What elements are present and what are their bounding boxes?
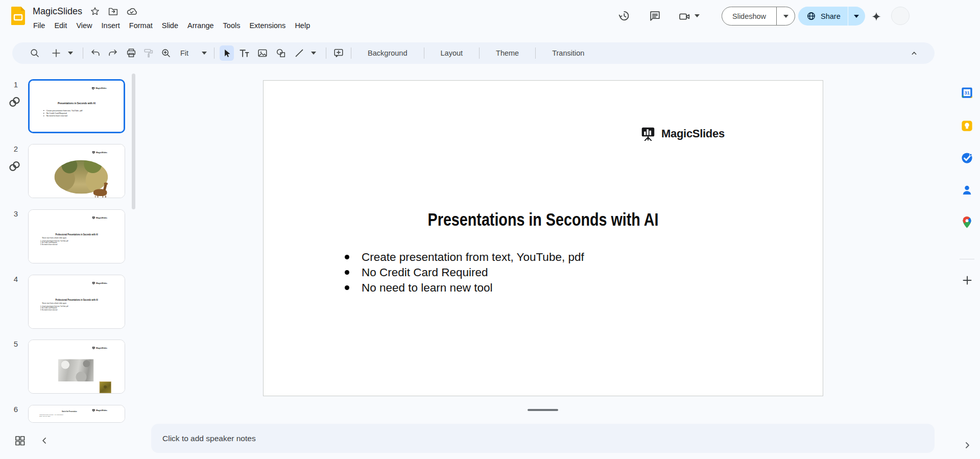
slide-bullet: No Credit Card Required [362,265,584,280]
menu-help[interactable]: Help [290,20,315,31]
slide-thumbnail-1[interactable]: MagicSlides Presentations in Seconds wit… [28,79,125,133]
slide-number: 1 [9,80,22,89]
cloud-saved-icon[interactable] [126,6,137,17]
toolbar-divider [424,47,424,59]
expand-side-panel-icon[interactable] [960,438,974,452]
share-button[interactable]: Share [798,7,848,26]
add-addon-icon[interactable] [960,273,974,287]
new-slide-caret-icon[interactable] [63,45,78,61]
paint-format-icon[interactable] [141,45,156,61]
menu-arrange[interactable]: Arrange [183,20,219,31]
zoom-value: Fit [180,49,188,57]
theme-button[interactable]: Theme [485,45,530,61]
move-folder-icon[interactable] [108,6,118,17]
grid-view-icon[interactable] [13,434,27,447]
notes-resize-handle[interactable] [528,409,558,411]
background-button[interactable]: Background [356,45,418,61]
thumb5-brand-text: MagicSlides [96,347,107,349]
thumb3-brand-text: MagicSlides [96,216,107,219]
slide-bullet-list[interactable]: Create presentation from text, YouTube, … [362,250,584,296]
thumb4-brand: MagicSlides [92,282,107,285]
search-icon[interactable] [28,45,42,61]
textbox-icon[interactable] [237,45,251,61]
slideshow-options-caret[interactable] [776,7,795,25]
filmstrip: 1 MagicSlides Presentations in Seconds w… [0,65,146,423]
slide-number: 2 [9,144,22,153]
slide-brand-block[interactable]: MagicSlides [640,127,725,141]
avatar[interactable] [891,7,910,25]
collapse-toolbar-icon[interactable] [907,45,921,61]
transition-button[interactable]: Transition [541,45,595,61]
slide-canvas[interactable]: MagicSlides Presentations in Seconds wit… [263,80,823,396]
comment-add-icon[interactable] [331,45,346,61]
magicslides-logo-icon [640,127,656,141]
magicslides-logo-icon [92,216,95,220]
toolbar-divider [351,47,351,59]
version-history-icon[interactable] [617,9,631,22]
menu-tools[interactable]: Tools [219,20,245,31]
tasks-icon[interactable] [960,151,974,165]
magicslides-logo-icon [92,282,95,285]
video-call-icon[interactable] [678,10,691,23]
image-icon[interactable] [255,45,270,61]
star-icon[interactable] [90,6,100,16]
menu-edit[interactable]: Edit [50,20,71,31]
menu-slide[interactable]: Slide [157,20,183,31]
toolbar-divider [83,47,83,59]
globe-icon [806,11,816,21]
thumb1-title: Presentations in Seconds with AI [30,102,124,105]
print-icon[interactable] [124,45,138,61]
gemini-sparkle-icon[interactable] [870,10,883,23]
thumb1-bullets: Create presentation from text, YouTube, … [46,109,83,117]
slide-number: 5 [9,340,22,348]
thumb3-subtitle: Never start from a blank slide again. [42,237,67,239]
speaker-notes-placeholder: Click to add speaker notes [162,434,256,443]
shape-icon[interactable] [274,45,288,61]
slide-number: 6 [9,405,22,414]
slide-number: 3 [9,209,22,218]
thumb6-title: End of the Presentation [29,410,110,413]
zoom-in-icon[interactable] [159,45,173,61]
deer-artistic-photo [58,359,93,381]
video-call-caret-icon[interactable] [695,14,700,17]
redo-icon[interactable] [106,45,120,61]
slide-thumbnail-6[interactable]: MagicSlides End of the Presentation Mark… [28,405,125,423]
calendar-icon[interactable]: 31 [960,86,974,100]
undo-icon[interactable] [88,45,103,61]
menu-format[interactable]: Format [125,20,157,31]
magicslides-logo-icon [92,151,95,154]
slides-app-logo[interactable] [11,7,25,25]
slide-number: 4 [9,275,22,283]
menu-file[interactable]: File [29,20,50,31]
share-button-group: Share [798,7,865,26]
menu-view[interactable]: View [71,20,97,31]
linked-slide-icon [8,159,21,173]
keep-icon[interactable] [960,119,974,133]
menu-extensions[interactable]: Extensions [245,20,290,31]
collapse-filmstrip-icon[interactable] [39,435,50,446]
zoom-select[interactable]: Fit [178,49,209,57]
slide-thumbnail-5[interactable]: MagicSlides [28,340,125,394]
select-cursor-icon[interactable] [220,45,234,61]
maps-icon[interactable] [960,215,974,229]
share-options-caret[interactable] [848,7,865,26]
slide-thumbnail-3[interactable]: MagicSlides Professional Presentations i… [28,209,125,263]
layout-button[interactable]: Layout [429,45,474,61]
thumb5-brand: MagicSlides [92,347,107,350]
slide-thumbnail-2[interactable]: MagicSlides [28,144,125,198]
slide-title[interactable]: Presentations in Seconds with AI [264,209,823,230]
slide-thumbnail-4[interactable]: MagicSlides Professional Presentations i… [28,275,125,329]
side-panel: 31 [954,38,980,459]
side-panel-divider [960,259,974,259]
menu-insert[interactable]: Insert [97,20,125,31]
new-slide-icon[interactable] [49,45,63,61]
line-caret-icon[interactable] [306,45,321,61]
contacts-icon[interactable] [960,183,974,197]
filmstrip-scrollbar[interactable] [132,74,135,209]
document-title[interactable]: MagicSlides [33,6,82,17]
speaker-notes[interactable]: Click to add speaker notes [151,424,935,453]
share-label: Share [821,12,841,20]
slideshow-button[interactable]: Slideshow [722,7,776,25]
line-icon[interactable] [292,45,306,61]
comments-icon[interactable] [648,9,661,22]
